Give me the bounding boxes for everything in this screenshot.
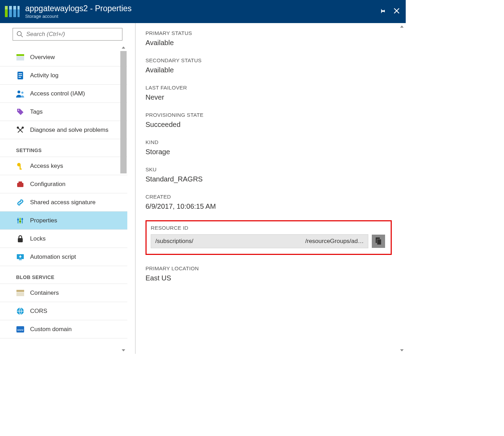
svg-rect-15: [19, 73, 22, 74]
sidebar-scrollbar[interactable]: [120, 44, 127, 354]
svg-point-10: [17, 31, 21, 36]
svg-rect-4: [5, 6, 8, 9]
sidebar-item-label: Locks: [30, 235, 45, 242]
scroll-down-icon[interactable]: [120, 347, 127, 354]
svg-rect-12: [16, 54, 24, 56]
sidebar-item-label: Access control (IAM): [30, 90, 85, 97]
search-input[interactable]: [23, 30, 119, 38]
sidebar-item-tags[interactable]: Tags: [0, 103, 127, 121]
property-secondary-status: SECONDARY STATUS Available: [145, 57, 392, 74]
property-value: Never: [145, 93, 392, 101]
svg-rect-38: [16, 292, 24, 296]
sidebar-item-label: Configuration: [30, 181, 65, 188]
sidebar-item-properties[interactable]: Properties: [0, 212, 127, 230]
sidebar-item-label: Overview: [30, 54, 55, 61]
automation-icon: [16, 253, 24, 261]
svg-rect-33: [21, 219, 23, 220]
property-provisioning-state: PROVISIONING STATE Succeeded: [145, 112, 392, 129]
sidebar-item-containers[interactable]: Containers: [0, 284, 127, 302]
custom-domain-icon: www: [16, 325, 24, 334]
locks-icon: [16, 235, 24, 243]
svg-rect-32: [19, 221, 21, 222]
scroll-up-icon[interactable]: [120, 44, 127, 51]
sidebar-item-label: Activity log: [30, 72, 58, 79]
sidebar-item-label: Shared access signature: [30, 199, 95, 206]
sidebar-item-label: CORS: [30, 308, 47, 315]
pin-button[interactable]: [378, 7, 386, 16]
property-label: PROVISIONING STATE: [145, 112, 392, 118]
svg-rect-43: [377, 239, 381, 245]
main-content: PRIMARY STATUS Available SECONDARY STATU…: [136, 23, 406, 354]
property-primary-status: PRIMARY STATUS Available: [145, 30, 392, 47]
svg-rect-13: [16, 56, 24, 60]
svg-point-18: [17, 91, 20, 93]
property-value: Storage: [145, 148, 392, 156]
blade-title: appgatewaylogs2 - Properties: [25, 4, 378, 13]
sidebar-item-access-control[interactable]: Access control (IAM): [0, 85, 127, 103]
copy-button[interactable]: [372, 235, 385, 248]
sas-icon: [16, 198, 24, 207]
property-kind: KIND Storage: [145, 139, 392, 156]
copy-icon: [375, 237, 382, 245]
resource-id-field[interactable]: /subscriptions/ /resourceGroups/ad…: [151, 234, 368, 248]
scroll-up-icon[interactable]: [398, 23, 406, 30]
svg-rect-7: [17, 6, 20, 9]
sidebar-item-label: Access keys: [30, 163, 63, 170]
svg-rect-5: [9, 6, 12, 9]
sidebar-item-label: Containers: [30, 290, 59, 296]
property-label: PRIMARY STATUS: [145, 30, 392, 36]
svg-rect-37: [16, 290, 24, 292]
sidebar-item-label: Tags: [30, 108, 43, 115]
properties-icon: [16, 216, 24, 225]
property-label: SECONDARY STATUS: [145, 57, 392, 63]
sidebar-item-diagnose[interactable]: Diagnose and solve problems: [0, 121, 127, 139]
configuration-icon: [16, 180, 24, 188]
sidebar-item-locks[interactable]: Locks: [0, 230, 127, 248]
storage-account-icon: [3, 4, 20, 19]
scrollbar-thumb[interactable]: [120, 51, 127, 173]
iam-icon: [16, 90, 24, 98]
svg-rect-36: [19, 259, 22, 260]
property-label: SKU: [145, 166, 392, 172]
resource-id-value-left: /subscriptions/: [155, 238, 193, 245]
sidebar-item-activity-log[interactable]: Activity log: [0, 66, 127, 85]
sidebar-item-label: Properties: [30, 217, 57, 224]
svg-point-20: [18, 109, 19, 110]
property-sku: SKU Standard_RAGRS: [145, 166, 392, 183]
scroll-down-icon[interactable]: [398, 347, 406, 354]
svg-rect-26: [17, 183, 23, 187]
sidebar-item-configuration[interactable]: Configuration: [0, 175, 127, 193]
search-input-wrapper[interactable]: [13, 28, 122, 41]
svg-rect-6: [13, 6, 16, 9]
sidebar-item-automation[interactable]: Automation script: [0, 248, 127, 266]
containers-icon: [16, 289, 24, 297]
property-value: Succeeded: [145, 121, 392, 129]
svg-rect-34: [18, 238, 23, 242]
sidebar-item-label: Custom domain: [30, 326, 72, 333]
main-scrollbar[interactable]: [398, 23, 406, 354]
svg-rect-25: [20, 169, 22, 170]
blade-header: appgatewaylogs2 - Properties Storage acc…: [0, 0, 406, 23]
sidebar-item-cors[interactable]: CORS: [0, 302, 127, 320]
sidebar-item-overview[interactable]: Overview: [0, 48, 127, 66]
property-label: LAST FAILOVER: [145, 85, 392, 91]
svg-rect-17: [19, 77, 21, 78]
close-button[interactable]: [393, 7, 400, 16]
svg-point-22: [22, 127, 23, 128]
overview-icon: [16, 53, 24, 62]
property-label: CREATED: [145, 194, 392, 200]
sidebar-item-access-keys[interactable]: Access keys: [0, 157, 127, 175]
sidebar-item-custom-domain[interactable]: www Custom domain: [0, 320, 127, 338]
svg-line-11: [21, 35, 23, 37]
access-keys-icon: [16, 162, 24, 170]
property-value: 6/9/2017, 10:06:15 AM: [145, 202, 392, 210]
resource-id-highlight: RESOURCE ID /subscriptions/ /resourceGro…: [145, 220, 392, 255]
activity-log-icon: [16, 71, 24, 80]
sidebar-item-sas[interactable]: Shared access signature: [0, 193, 127, 212]
property-value: Available: [145, 39, 392, 47]
svg-rect-27: [19, 181, 22, 183]
property-value: Standard_RAGRS: [145, 175, 392, 183]
sidebar: Overview Activity log Access control (IA…: [0, 23, 136, 354]
property-label: PRIMARY LOCATION: [145, 265, 392, 271]
tags-icon: [16, 108, 24, 116]
